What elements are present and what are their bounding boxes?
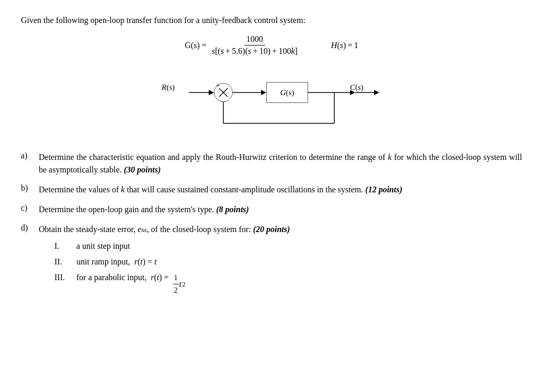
question-b-text: Determine the values of k that will caus…	[39, 183, 402, 196]
hs-label: H(s) = 1	[331, 41, 358, 50]
intro-text: Given the following open-loop transfer f…	[21, 16, 522, 25]
sub-label-iii: III.	[54, 271, 70, 284]
question-c: c) Determine the open-loop gain and the …	[21, 203, 522, 216]
question-c-label: c)	[21, 203, 33, 213]
gs-numerator: 1000	[244, 34, 265, 45]
gs-denominator: s[(s + 5.6)(s + 10) + 100k]	[210, 45, 300, 56]
sub-label-i: I.	[54, 240, 70, 252]
question-d-text: Obtain the steady-state error, ess, of t…	[39, 223, 290, 299]
question-b-label: b)	[21, 183, 33, 193]
sub-question-i: I. a unit step input	[54, 240, 290, 252]
svg-marker-3	[261, 90, 266, 95]
ess-symbol: ess	[138, 223, 146, 236]
points-a: (30 points)	[124, 165, 161, 174]
transfer-function-section: G(s) = 1000 s[(s + 5.6)(s + 10) + 100k] …	[21, 34, 522, 56]
sub-text-ii: unit ramp input, r(t) = t	[76, 256, 156, 268]
question-b: b) Determine the values of k that will c…	[21, 183, 522, 196]
sub-label-ii: II.	[54, 256, 70, 268]
gs-lhs: G(s) =	[185, 41, 206, 50]
points-d: (20 points)	[253, 225, 290, 234]
sub-question-ii: II. unit ramp input, r(t) = t	[54, 256, 290, 268]
svg-marker-11	[374, 90, 379, 95]
sub-text-iii: for a parabolic input, r(t) = 1 2 t2	[76, 271, 186, 296]
k-italic-a: k	[388, 153, 391, 162]
question-c-text: Determine the open-loop gain and the sys…	[39, 203, 249, 216]
gs-fraction: 1000 s[(s + 5.6)(s + 10) + 100k]	[210, 34, 300, 56]
svg-marker-1	[209, 90, 214, 95]
sub-question-iii: III. for a parabolic input, r(t) = 1 2 t…	[54, 271, 290, 296]
gs-block-label: G(s)	[280, 88, 295, 97]
k-italic-b: k	[121, 185, 125, 194]
cs-label: C(s)	[350, 83, 364, 92]
question-a-text: Determine the characteristic equation an…	[39, 151, 522, 176]
plus-sign: +	[216, 82, 220, 90]
question-d: d) Obtain the steady-state error, ess, o…	[21, 223, 522, 299]
question-a-label: a)	[21, 151, 33, 160]
sub-questions: I. a unit step input II. unit ramp input…	[54, 240, 290, 296]
gs-block: G(s)	[266, 82, 308, 103]
hs-formula: H(s) = 1	[331, 41, 358, 50]
block-diagram: R(s)	[21, 68, 522, 136]
diagram-container: R(s)	[162, 68, 381, 136]
points-c: (8 points)	[216, 205, 249, 214]
points-b: (12 points)	[365, 185, 402, 194]
question-d-label: d)	[21, 223, 33, 233]
gs-formula: G(s) = 1000 s[(s + 5.6)(s + 10) + 100k]	[185, 34, 300, 56]
question-a: a) Determine the characteristic equation…	[21, 151, 522, 176]
questions-section: a) Determine the characteristic equation…	[21, 151, 522, 299]
sub-text-i: a unit step input	[76, 240, 130, 252]
